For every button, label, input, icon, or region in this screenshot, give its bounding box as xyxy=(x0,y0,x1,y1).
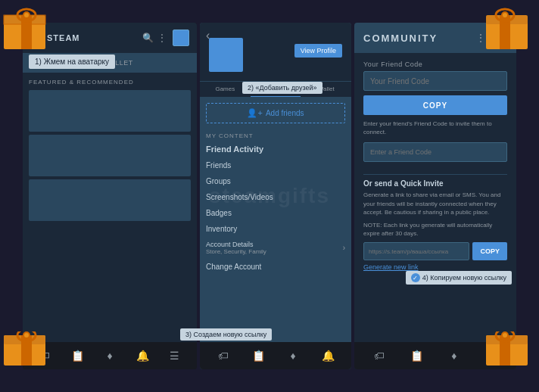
corner-gift-top-left xyxy=(0,0,61,61)
footer-bell-icon[interactable]: 🔔 xyxy=(136,350,148,362)
footer-list-icon[interactable]: 📋 xyxy=(71,350,83,362)
content-friends[interactable]: Friends xyxy=(200,157,351,173)
featured-image-2 xyxy=(29,135,191,176)
featured-image-3 xyxy=(29,179,191,221)
svg-point-20 xyxy=(502,332,508,338)
tooltip-copy-link: ✓ 4) Копируем новую ссылку xyxy=(406,271,512,285)
content-groups[interactable]: Groups xyxy=(200,173,351,189)
featured-images xyxy=(29,90,191,221)
steam-header-icons: 🔍 ⋮ xyxy=(142,30,189,46)
svg-point-15 xyxy=(23,332,30,338)
mid-footer-bell-icon[interactable]: 🔔 xyxy=(322,350,334,362)
content-inventory[interactable]: Inventory xyxy=(200,221,351,237)
friend-code-input[interactable] xyxy=(363,71,507,91)
featured-label: FEATURED & RECOMMENDED xyxy=(29,79,191,86)
right-footer-list-icon[interactable]: 📋 xyxy=(410,350,422,362)
profile-top: ‹ View Profile xyxy=(200,23,351,81)
right-footer-gem-icon[interactable]: ♦ xyxy=(448,350,460,362)
friend-code-label: Your Friend Code xyxy=(363,61,507,68)
mid-footer-list-icon[interactable]: 📋 xyxy=(252,350,264,362)
content-list: Friend Activity Friends Groups Screensho… xyxy=(200,141,351,342)
user-avatar[interactable] xyxy=(173,30,189,46)
svg-point-10 xyxy=(502,12,508,18)
tooltip-add-friends: 2) «Добавить друзей» xyxy=(242,82,322,94)
add-friends-icon: 👤+ xyxy=(247,108,262,118)
link-row: COPY xyxy=(363,242,507,260)
more-icon[interactable]: ⋮ xyxy=(157,33,168,43)
arrow-icon: › xyxy=(343,244,345,252)
corner-gift-bottom-left xyxy=(0,331,61,392)
middle-panel: ‹ View Profile Games Friends Wallet 👤+ A… xyxy=(200,23,351,369)
right-footer-tag-icon[interactable]: 🏷 xyxy=(373,350,385,362)
content-friend-activity[interactable]: Friend Activity xyxy=(200,141,351,157)
left-panel: STEAM 🔍 ⋮ МЕНЮ▾ WISHLIST WALLET FEATURED… xyxy=(23,23,197,369)
mid-footer-gem-icon[interactable]: ♦ xyxy=(287,350,299,362)
left-content: FEATURED & RECOMMENDED xyxy=(23,73,197,342)
footer-gem-icon[interactable]: ♦ xyxy=(104,350,116,362)
quick-invite-title: Or send a Quick Invite xyxy=(363,179,507,188)
enter-friend-code-input[interactable] xyxy=(363,142,507,162)
community-content: Your Friend Code COPY Enter your friend'… xyxy=(354,53,516,342)
content-account[interactable]: Account Details Store, Security, Family … xyxy=(200,237,351,259)
mid-footer-tag-icon[interactable]: 🏷 xyxy=(217,350,229,362)
check-icon: ✓ xyxy=(411,273,420,282)
generate-link-button[interactable]: Generate new link xyxy=(363,263,507,271)
featured-image-1 xyxy=(29,90,191,132)
svg-point-5 xyxy=(23,12,30,18)
content-change-account[interactable]: Change Account xyxy=(200,259,351,275)
main-container: STEAM 🔍 ⋮ МЕНЮ▾ WISHLIST WALLET FEATURED… xyxy=(23,23,516,369)
middle-footer: 🏷 📋 ♦ 🔔 xyxy=(200,342,351,369)
add-friends-button[interactable]: 👤+ Add friends xyxy=(206,103,345,123)
corner-gift-top-right xyxy=(478,0,539,61)
friend-code-description: Enter your friend's Friend Code to invit… xyxy=(363,120,507,136)
search-icon[interactable]: 🔍 xyxy=(142,33,153,43)
content-screenshots[interactable]: Screenshots/Videos xyxy=(200,189,351,205)
quick-invite-note: NOTE: Each link you generate will automa… xyxy=(363,221,507,238)
copy-link-button[interactable]: COPY xyxy=(472,242,507,260)
back-arrow-icon[interactable]: ‹ xyxy=(206,29,210,42)
right-panel: COMMUNITY ⋮ Your Friend Code COPY Enter … xyxy=(354,23,516,369)
copy-friend-code-button[interactable]: COPY xyxy=(363,95,507,115)
content-badges[interactable]: Badges xyxy=(200,205,351,221)
community-title: COMMUNITY xyxy=(363,33,438,44)
invite-link-input[interactable] xyxy=(363,242,469,260)
footer-menu-icon[interactable]: ☰ xyxy=(169,350,181,362)
profile-avatar xyxy=(209,38,243,72)
divider xyxy=(363,174,507,175)
quick-invite-description: Generate a link to share via email or SM… xyxy=(363,191,507,216)
tooltip-new-link: 3) Создаем новую ссылку xyxy=(180,328,272,341)
corner-gift-bottom-right xyxy=(478,331,539,392)
my-content-label: MY CONTENT xyxy=(200,129,351,141)
view-profile-button[interactable]: View Profile xyxy=(294,44,342,58)
